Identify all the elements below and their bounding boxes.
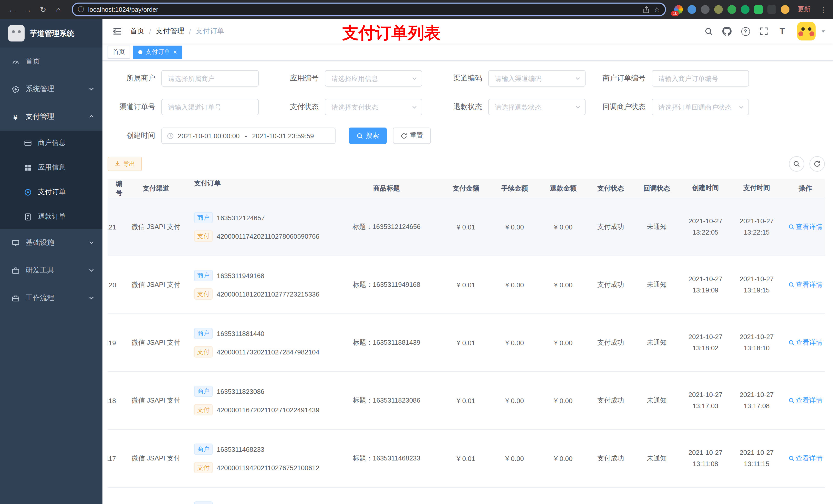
extension-icon-green-check[interactable] <box>741 5 749 14</box>
search-button[interactable]: 搜索 <box>349 127 387 144</box>
sidebar: 芋道管理系统 首页 系统管理 <box>0 19 102 504</box>
table-body: 121 微信 JSAPI 支付 商户 1635312124657 支付 4200… <box>108 198 825 504</box>
extension-icon-face[interactable] <box>781 5 789 14</box>
forward-button[interactable]: → <box>21 2 35 17</box>
view-detail-link[interactable]: 查看详情 <box>788 222 823 232</box>
url-text[interactable]: localhost:1024/pay/order <box>88 6 639 13</box>
order-id-cell: 119 <box>108 314 124 371</box>
create-time-range-input[interactable]: 2021-10-01 00:00:00 - 2021-10-31 23:59:5… <box>161 127 336 144</box>
export-button[interactable]: 导出 <box>108 157 142 171</box>
extension-icon-drop[interactable] <box>688 5 696 14</box>
top-navbar: 首页 / 支付管理 / 支付订单 支付订单列表 <box>102 19 833 44</box>
pay-status-select[interactable] <box>325 99 422 115</box>
tab-pay-order[interactable]: 支付订单 × <box>133 45 182 58</box>
github-icon[interactable] <box>719 23 735 40</box>
sidebar-item-label: 支付管理 <box>26 112 54 121</box>
sidebar-item-system[interactable]: 系统管理 <box>0 75 102 103</box>
payment-submenu: 商户信息 应用信息 <box>0 130 102 229</box>
font-size-icon[interactable]: T <box>775 23 790 40</box>
avatar-caret-down-icon[interactable] <box>821 27 826 36</box>
document-icon <box>24 213 32 221</box>
header-cell: 回调状态 <box>634 179 680 198</box>
table-inner: 编号 支付渠道 支付订单 商品标题 支付金额 手续金额 退款金额 支付状态 回调… <box>108 179 825 504</box>
filter-label: 应用编号 <box>271 74 325 83</box>
app-logo: 芋道管理系统 <box>0 19 102 48</box>
credit-card-icon <box>24 139 32 147</box>
view-detail-link[interactable]: 查看详情 <box>788 338 823 347</box>
reload-button[interactable]: ↻ <box>36 2 50 17</box>
header-cell: 支付状态 <box>588 179 634 198</box>
view-detail-link[interactable]: 查看详情 <box>788 454 823 463</box>
product-title-cell: 标题：1635311468233 <box>331 430 442 487</box>
view-detail-link[interactable]: 查看详情 <box>788 280 823 289</box>
merchant-badge: 商户 <box>194 443 213 455</box>
breadcrumb-item-home[interactable]: 首页 <box>130 27 144 36</box>
sidebar-item-merchant-info[interactable]: 商户信息 <box>0 130 102 155</box>
pay-time-cell: 2021-10-2713:11:15 <box>731 430 782 487</box>
logo-image <box>8 25 25 42</box>
extension-icon-green-circle[interactable] <box>728 5 736 14</box>
home-button[interactable]: ⌂ <box>51 2 66 17</box>
extension-icon-colorwheel[interactable]: 10 <box>674 5 683 14</box>
merchant-input[interactable] <box>161 70 259 87</box>
tab-home[interactable]: 首页 <box>108 45 130 58</box>
pay-time-cell: 2021-10-2713:19:15 <box>731 256 782 313</box>
filter-label: 回调商户状态 <box>598 102 652 112</box>
breadcrumb-item-payment[interactable]: 支付管理 <box>156 27 185 36</box>
sidebar-item-payment[interactable]: ¥ 支付管理 <box>0 103 102 130</box>
sidebar-item-app-info[interactable]: 应用信息 <box>0 155 102 180</box>
tags-view-bar: 首页 支付订单 × <box>102 44 833 61</box>
pay-amount-cell <box>442 488 490 504</box>
refresh-button[interactable] <box>809 156 825 172</box>
sidebar-item-label: 研发工具 <box>26 266 54 275</box>
orders-table: 编号 支付渠道 支付订单 商品标题 支付金额 手续金额 退款金额 支付状态 回调… <box>108 179 825 504</box>
merchant-order-no-input[interactable] <box>652 70 749 87</box>
channel-order-no: 4200001194202110276752100612 <box>217 464 319 472</box>
sidebar-item-refund-order[interactable]: 退款订单 <box>0 205 102 229</box>
extension-icon-gray[interactable] <box>701 5 710 14</box>
merchant-order-no: 1635311881440 <box>217 330 264 337</box>
extension-icon-olive[interactable] <box>714 5 723 14</box>
extension-icon-pin[interactable] <box>767 5 776 14</box>
site-info-icon[interactable]: ⓘ <box>78 5 84 14</box>
refund-amount-cell: ¥ 0.00 <box>539 198 588 256</box>
bookmark-star-icon[interactable]: ☆ <box>654 6 660 13</box>
sidebar-item-dev-tools[interactable]: 研发工具 <box>0 257 102 284</box>
share-icon[interactable] <box>643 6 650 13</box>
fee-amount-cell: ¥ 0.00 <box>490 198 539 256</box>
product-title-cell: 标题：1635312124656 <box>331 198 442 256</box>
pay-time-cell: 2021-10-2713:17:08 <box>731 372 782 429</box>
chevron-up-icon <box>89 113 94 121</box>
app-id-select[interactable] <box>325 70 422 87</box>
sidebar-item-workflow[interactable]: 工作流程 <box>0 284 102 312</box>
order-id-cell: 117 <box>108 430 124 487</box>
channel-code-select[interactable] <box>488 70 586 87</box>
pay-order-cell: 商户 1635312124657 支付 42000011742021102780… <box>188 198 331 256</box>
reset-button[interactable]: 重置 <box>393 127 431 144</box>
action-cell: 查看详情 <box>782 198 825 256</box>
filter-row-1: 所属商户 应用编号 渠道编码 <box>108 70 825 87</box>
notify-status-select[interactable] <box>652 99 749 115</box>
search-toggle-button[interactable] <box>789 156 804 172</box>
view-detail-link[interactable]: 查看详情 <box>788 396 823 405</box>
table-row: 117 微信 JSAPI 支付 商户 1635311468233 支付 4200… <box>108 430 825 488</box>
browser-update-button[interactable]: 更新 <box>794 4 814 15</box>
sidebar-item-home[interactable]: 首页 <box>0 48 102 75</box>
pay-time-cell: 2021-10-2713:22:15 <box>731 198 782 256</box>
refund-status-select[interactable] <box>488 99 586 115</box>
address-bar[interactable]: ⓘ localhost:1024/pay/order ☆ <box>72 3 666 16</box>
extension-icon-chat[interactable] <box>754 5 763 14</box>
header-cell: 退款金额 <box>539 179 588 198</box>
channel-order-no-input[interactable] <box>161 99 259 115</box>
sidebar-item-pay-order[interactable]: 支付订单 <box>0 180 102 205</box>
collapse-sidebar-button[interactable] <box>110 24 125 39</box>
fullscreen-icon[interactable] <box>756 23 771 40</box>
search-icon[interactable] <box>701 23 716 40</box>
user-avatar[interactable] <box>797 22 815 41</box>
browser-menu-button[interactable]: ⋮ <box>819 2 828 17</box>
back-button[interactable]: ← <box>5 2 20 17</box>
sidebar-item-infrastructure[interactable]: 基础设施 <box>0 229 102 257</box>
refund-amount-cell: ¥ 0.00 <box>539 372 588 429</box>
help-icon[interactable]: ? <box>738 23 753 40</box>
close-icon[interactable]: × <box>173 49 177 55</box>
